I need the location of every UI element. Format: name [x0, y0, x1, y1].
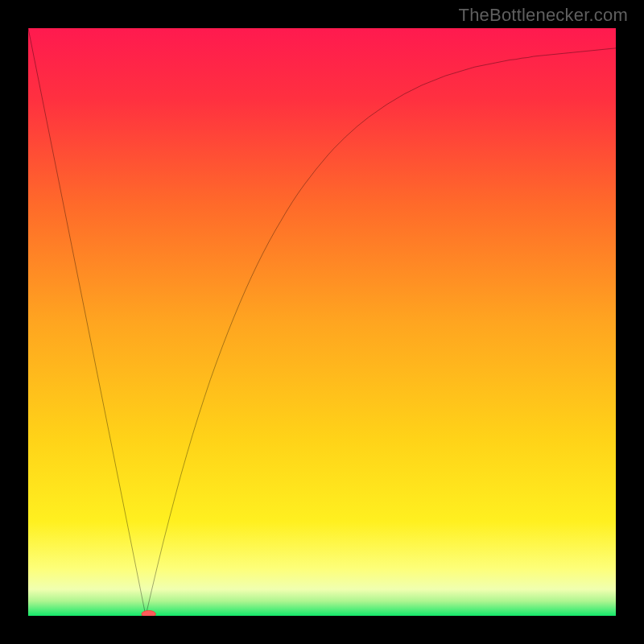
gradient-rect	[28, 28, 616, 616]
optimal-point-marker	[142, 610, 156, 616]
gradient-background	[28, 28, 616, 616]
watermark-text: TheBottlenecker.com	[459, 5, 628, 26]
chart-frame: TheBottlenecker.com	[0, 0, 644, 644]
plot-area	[28, 28, 616, 616]
